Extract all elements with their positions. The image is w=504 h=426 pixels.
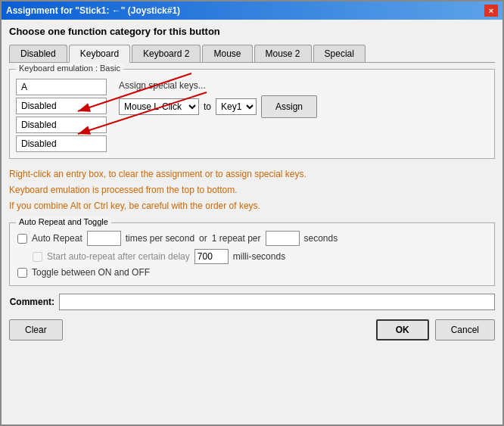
delay-checkbox[interactable]: [33, 252, 42, 262]
bottom-buttons: Clear OK Cancel: [9, 319, 495, 340]
repeat-per-label: 1 repeat per: [212, 233, 261, 244]
key-entry-1[interactable]: Disabled: [16, 98, 107, 114]
keyboard-content: A Disabled Disabled Disabled Assign spec…: [16, 79, 488, 152]
seconds-label: seconds: [304, 233, 338, 244]
comment-input[interactable]: [59, 294, 495, 310]
title-bar: Assignment for "Stick1: ←" (Joystick#1) …: [2, 2, 502, 20]
tab-mouse2[interactable]: Mouse 2: [254, 45, 312, 62]
tab-disabled[interactable]: Disabled: [9, 45, 67, 62]
key-entry-3[interactable]: Disabled: [16, 135, 107, 152]
seconds-input[interactable]: [266, 231, 300, 246]
choose-label: Choose one function category for this bu…: [9, 26, 495, 37]
auto-repeat-group: Auto Repeat and Toggle Auto Repeat times…: [9, 222, 495, 286]
tab-special[interactable]: Special: [313, 45, 366, 62]
toggle-label: Toggle between ON and OFF: [32, 267, 150, 278]
tab-keyboard2[interactable]: Keyboard 2: [132, 45, 201, 62]
cancel-button[interactable]: Cancel: [435, 319, 495, 340]
window-body: Choose one function category for this bu…: [2, 20, 502, 424]
assign-button[interactable]: Assign: [261, 95, 317, 118]
auto-repeat-checkbox[interactable]: [17, 234, 27, 244]
source-select[interactable]: Mouse L-Click Mouse R-Click Mouse M-Clic…: [119, 98, 199, 115]
target-select[interactable]: Key1 Key2 Key3 Key4: [216, 98, 257, 115]
comment-label: Comment:: [9, 297, 54, 307]
delay-label: Start auto-repeat after certain delay: [47, 251, 190, 262]
window-title: Assignment for "Stick1: ←" (Joystick#1): [6, 5, 180, 16]
close-button[interactable]: ×: [484, 5, 498, 17]
milli-label: milli-seconds: [233, 251, 285, 262]
assign-special: Assign special keys... Mouse L-Click Mou…: [119, 79, 317, 152]
assign-special-label: Assign special keys...: [119, 80, 317, 91]
key-entry-2[interactable]: Disabled: [16, 117, 107, 133]
clear-button[interactable]: Clear: [9, 319, 63, 340]
key-entries: A Disabled Disabled Disabled: [16, 79, 107, 152]
keyboard-group: Keyboard emulation : Basic A Disabled Di…: [9, 69, 495, 159]
assign-row: Mouse L-Click Mouse R-Click Mouse M-Clic…: [119, 95, 317, 118]
delay-row: Start auto-repeat after certain delay mi…: [33, 249, 487, 264]
times-per-second-input[interactable]: [87, 231, 121, 246]
main-window: Assignment for "Stick1: ←" (Joystick#1) …: [0, 0, 504, 426]
keyboard-group-label: Keyboard emulation : Basic: [16, 64, 123, 73]
ok-button[interactable]: OK: [376, 319, 429, 340]
info-line-1: Keyboard emulation is processed from the…: [9, 184, 495, 197]
tab-bar: Disabled Keyboard Keyboard 2 Mouse Mouse…: [9, 45, 495, 63]
times-per-second-label: times per second: [126, 233, 194, 244]
auto-repeat-row: Auto Repeat times per second or 1 repeat…: [17, 231, 487, 246]
to-label: to: [204, 101, 211, 112]
info-line-2: If you combine Alt or Ctrl key, be caref…: [9, 200, 495, 213]
key-entry-0[interactable]: A: [16, 79, 107, 95]
info-section: Right-click an entry box, to clear the a…: [9, 163, 495, 215]
info-line-0: Right-click an entry box, to clear the a…: [9, 168, 495, 181]
comment-row: Comment:: [9, 294, 495, 310]
or-label: or: [199, 233, 207, 244]
auto-repeat-group-label: Auto Repeat and Toggle: [16, 217, 111, 226]
delay-value-input[interactable]: [194, 249, 229, 264]
auto-repeat-label: Auto Repeat: [32, 233, 82, 244]
toggle-checkbox[interactable]: [17, 268, 27, 278]
toggle-row: Toggle between ON and OFF: [17, 267, 487, 278]
tab-mouse[interactable]: Mouse: [202, 45, 252, 62]
tab-keyboard[interactable]: Keyboard: [69, 45, 130, 63]
